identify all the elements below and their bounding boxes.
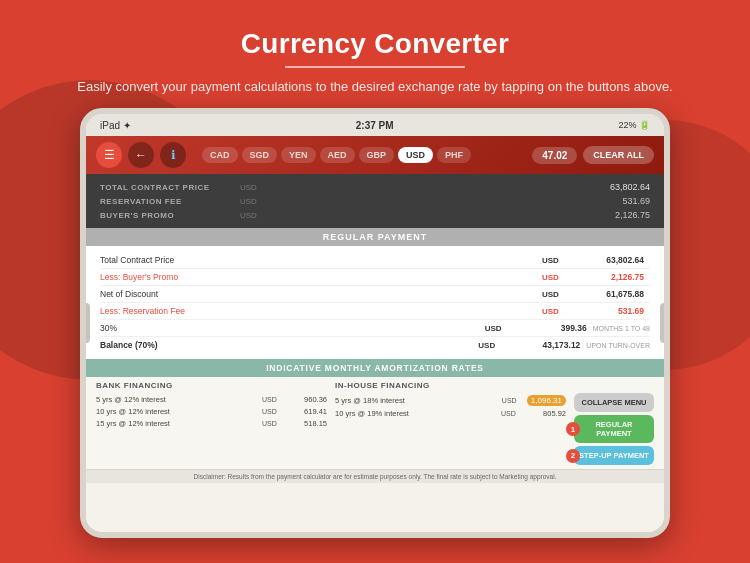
row-30-note: MONTHS 1 TO 48 [593,325,650,332]
bank-row-3: 15 yrs @ 12% interest USD 518.15 [96,417,327,429]
ipad-label: iPad ✦ [100,120,131,131]
bank-title: BANK FINANCING [96,381,327,390]
input-row-tcp: TOTAL CONTRACT PRICE USD 63,802.64 [100,182,650,192]
inhouse-row-1-val: 1,096.31 [527,395,566,406]
status-time: 2:37 PM [356,120,394,131]
bank-row-3-curr: USD [262,420,284,427]
back-icon[interactable]: ← [128,142,154,168]
bank-financing-col: BANK FINANCING 5 yrs @ 12% interest USD … [96,381,327,465]
inhouse-row-1-label: 5 yrs @ 18% interest [335,396,499,405]
right-panel: COLLAPSE MENU 1 REGULAR PAYMENT 2 STEP-U… [574,393,654,465]
row-30-amount: 399.36 [517,323,587,333]
row-promo-desc: Less: Buyer's Promo [100,272,542,282]
res-value: 531.69 [270,196,650,206]
thumb-handle-right [660,303,668,343]
tcp-value: 63,802.64 [270,182,650,192]
payment-section-title: REGULAR PAYMENT [86,228,664,246]
row-balance-desc: Balance (70%) [100,340,478,350]
input-row-promo: BUYER'S PROMO USD 2,126.75 [100,210,650,220]
payment-row-resfee: Less: Reservation Fee USD 531.69 [100,303,650,320]
inhouse-row-1: 5 yrs @ 18% interest USD 1,096.31 [335,393,566,407]
bank-row-3-label: 15 yrs @ 12% interest [96,419,259,428]
row-net-curr: USD [542,290,574,299]
tab-phf[interactable]: PHF [437,147,471,163]
row-resfee-desc: Less: Reservation Fee [100,306,542,316]
info-icon[interactable]: ℹ [160,142,186,168]
row-promo-curr: USD [542,273,574,282]
row-30-desc: 30% [100,323,485,333]
tab-yen[interactable]: YEN [281,147,316,163]
row-resfee-amount: 531.69 [574,306,644,316]
row-tcp-curr: USD [542,256,574,265]
tab-cad[interactable]: CAD [202,147,238,163]
tcp-currency: USD [240,183,270,192]
status-left: iPad ✦ [100,120,131,131]
amortization-section: INDICATIVE MONTHLY AMORTIZATION RATES BA… [86,359,664,469]
inhouse-row-2-val: 805.92 [526,409,566,418]
bank-row-1-curr: USD [262,396,284,403]
page-title: Currency Converter [40,28,710,60]
row-promo-amount: 2,126.75 [574,272,644,282]
bank-row-3-val: 518.15 [287,419,327,428]
ipad-frame: iPad ✦ 2:37 PM 22% 🔋 ☰ ← ℹ CAD SGD YEN A… [80,108,670,538]
inhouse-row-2-label: 10 yrs @ 19% interest [335,409,498,418]
input-row-res: RESERVATION FEE USD 531.69 [100,196,650,206]
row-balance-note: UPON TURN-OVER [586,342,650,349]
promo-value: 2,126.75 [270,210,650,220]
stepup-payment-button[interactable]: 2 STEP-UP PAYMENT [574,446,654,465]
tab-sgd[interactable]: SGD [242,147,278,163]
bank-row-1-label: 5 yrs @ 12% interest [96,395,259,404]
status-battery: 22% 🔋 [618,120,650,130]
bank-row-2-curr: USD [262,408,284,415]
tab-usd[interactable]: USD [398,147,433,163]
payment-table: Total Contract Price USD 63,802.64 Less:… [86,246,664,359]
row-net-amount: 61,675.88 [574,289,644,299]
payment-row-30: 30% USD 399.36 MONTHS 1 TO 48 [100,320,650,337]
payment-row-balance: Balance (70%) USD 43,173.12 UPON TURN-OV… [100,337,650,353]
disclaimer: Disclaimer: Results from the payment cal… [86,469,664,483]
row-net-desc: Net of Discount [100,289,542,299]
thumb-handle-left [82,303,90,343]
bank-row-1-val: 960.36 [287,395,327,404]
row-balance-amount: 43,173.12 [510,340,580,350]
header: Currency Converter Easily convert your p… [0,0,750,110]
inhouse-financing-col: IN-HOUSE FINANCING 5 yrs @ 18% interest … [335,381,566,465]
payment-row-net: Net of Discount USD 61,675.88 [100,286,650,303]
payment-row-promo: Less: Buyer's Promo USD 2,126.75 [100,269,650,286]
tab-gbp[interactable]: GBP [359,147,395,163]
status-bar: iPad ✦ 2:37 PM 22% 🔋 [86,114,664,136]
regular-payment-button[interactable]: 1 REGULAR PAYMENT [574,415,654,443]
amort-grid: BANK FINANCING 5 yrs @ 12% interest USD … [86,377,664,469]
input-section: TOTAL CONTRACT PRICE USD 63,802.64 RESER… [86,174,664,228]
currency-value: 47.02 [532,147,577,164]
amort-title: INDICATIVE MONTHLY AMORTIZATION RATES [86,359,664,377]
bank-row-2-label: 10 yrs @ 12% interest [96,407,259,416]
inhouse-row-2-curr: USD [501,410,523,417]
currency-tabs: CAD SGD YEN AED GBP USD PHF [202,147,526,163]
bank-row-1: 5 yrs @ 12% interest USD 960.36 [96,393,327,405]
menu-icon[interactable]: ☰ [96,142,122,168]
promo-currency: USD [240,211,270,220]
tab-aed[interactable]: AED [320,147,355,163]
promo-label: BUYER'S PROMO [100,211,240,220]
app-content: ☰ ← ℹ CAD SGD YEN AED GBP USD PHF 47.02 … [86,136,664,532]
inhouse-title: IN-HOUSE FINANCING [335,381,566,390]
row-tcp-desc: Total Contract Price [100,255,542,265]
stepup-badge: 2 [566,449,580,463]
row-30-curr: USD [485,324,517,333]
row-tcp-amount: 63,802.64 [574,255,644,265]
regular-badge: 1 [566,422,580,436]
inhouse-row-1-curr: USD [502,397,524,404]
clear-all-button[interactable]: CLEAR ALL [583,146,654,164]
payment-row-tcp: Total Contract Price USD 63,802.64 [100,252,650,269]
res-label: RESERVATION FEE [100,197,240,206]
payment-section: REGULAR PAYMENT Total Contract Price USD… [86,228,664,359]
app-toolbar: ☰ ← ℹ CAD SGD YEN AED GBP USD PHF 47.02 … [86,136,664,174]
res-currency: USD [240,197,270,206]
tcp-label: TOTAL CONTRACT PRICE [100,183,240,192]
subtitle: Easily convert your payment calculations… [65,78,685,96]
row-resfee-curr: USD [542,307,574,316]
inhouse-row-2: 10 yrs @ 19% interest USD 805.92 [335,407,566,419]
collapse-menu-button[interactable]: COLLAPSE MENU [574,393,654,412]
bank-row-2-val: 619.41 [287,407,327,416]
